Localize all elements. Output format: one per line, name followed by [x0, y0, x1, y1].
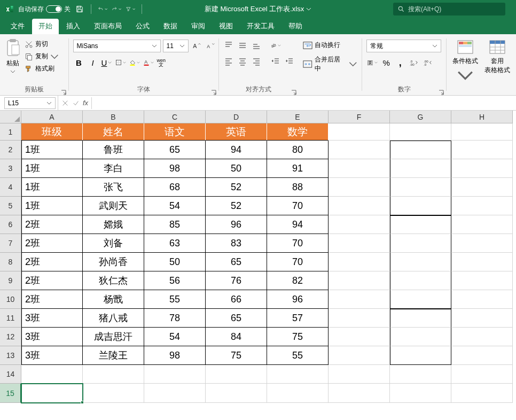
column-header[interactable]: B [83, 111, 144, 123]
align-right-button[interactable] [251, 56, 262, 67]
cell[interactable]: 3班 [21, 309, 83, 328]
formula-input[interactable] [91, 97, 516, 109]
cell[interactable] [390, 215, 451, 234]
cell[interactable] [21, 365, 83, 384]
tab-view[interactable]: 视图 [213, 19, 239, 34]
cell[interactable] [21, 384, 83, 403]
comma-button[interactable]: , [394, 57, 406, 68]
cell[interactable] [390, 123, 451, 141]
cell[interactable] [451, 215, 513, 234]
paste-button[interactable]: 粘贴 [4, 36, 21, 74]
cell[interactable] [390, 141, 451, 159]
row-header[interactable]: 3 [0, 159, 21, 178]
cell[interactable]: 98 [144, 346, 206, 365]
tab-data[interactable]: 数据 [157, 19, 184, 34]
cell[interactable] [390, 159, 451, 178]
font-color-button[interactable]: A [143, 57, 154, 68]
merge-center-button[interactable]: 合并后居中 [303, 55, 357, 73]
cell[interactable] [390, 309, 451, 328]
dialog-launcher-icon[interactable] [439, 88, 445, 94]
cancel-icon[interactable] [61, 99, 69, 107]
cell[interactable] [390, 197, 451, 215]
border-button[interactable] [115, 57, 127, 68]
cell[interactable]: 96 [206, 215, 267, 234]
cell[interactable] [390, 365, 451, 384]
cut-button[interactable]: 剪切 [25, 40, 59, 49]
decrease-indent-button[interactable] [270, 56, 282, 67]
increase-decimal-button[interactable]: .0.00 [408, 57, 420, 68]
dialog-launcher-icon[interactable] [291, 88, 298, 94]
cell[interactable]: 张飞 [83, 178, 144, 197]
percent-button[interactable]: % [380, 57, 392, 68]
row-header[interactable]: 15 [0, 384, 21, 403]
cell[interactable] [390, 328, 451, 346]
cell[interactable] [390, 253, 451, 271]
cell[interactable]: 88 [267, 178, 329, 197]
cell[interactable]: 2班 [21, 253, 83, 271]
tab-developer[interactable]: 开发工具 [240, 19, 281, 34]
select-all-corner[interactable] [0, 111, 21, 123]
tab-file[interactable]: 文件 [4, 19, 31, 34]
cell[interactable]: 武则天 [83, 197, 144, 215]
cell[interactable]: 70 [267, 234, 329, 253]
cell[interactable]: 65 [206, 309, 267, 328]
increase-indent-button[interactable] [284, 56, 295, 67]
number-format-select[interactable]: 常规 [366, 40, 441, 52]
cell[interactable]: 狄仁杰 [83, 271, 144, 290]
cell[interactable]: 3班 [21, 346, 83, 365]
row-header[interactable]: 1 [0, 123, 21, 141]
column-header[interactable]: E [267, 111, 329, 123]
cell[interactable] [451, 234, 513, 253]
cell[interactable]: 兰陵王 [83, 346, 144, 365]
format-as-table-button[interactable]: 套用 表格格式 [483, 36, 512, 75]
cell[interactable] [390, 290, 451, 309]
tab-formulas[interactable]: 公式 [129, 19, 156, 34]
cell[interactable] [329, 346, 390, 365]
cell[interactable] [451, 309, 513, 328]
underline-button[interactable]: U [101, 57, 113, 68]
cell[interactable] [451, 384, 513, 403]
cell[interactable]: 姓名 [83, 123, 144, 141]
cell[interactable]: 3班 [21, 328, 83, 346]
cell[interactable]: 1班 [21, 141, 83, 159]
cell[interactable] [329, 365, 390, 384]
format-painter-button[interactable]: 格式刷 [25, 64, 59, 73]
align-top-button[interactable] [223, 40, 234, 51]
cell[interactable] [329, 384, 390, 403]
cell[interactable] [329, 215, 390, 234]
cell[interactable]: 78 [144, 309, 206, 328]
tab-insert[interactable]: 插入 [60, 19, 87, 34]
cell[interactable]: 65 [206, 253, 267, 271]
cell[interactable]: 94 [206, 141, 267, 159]
cell[interactable]: 68 [144, 178, 206, 197]
row-header[interactable]: 8 [0, 253, 21, 271]
cell[interactable] [451, 328, 513, 346]
column-header[interactable]: C [144, 111, 206, 123]
cell[interactable]: 成吉思汗 [83, 328, 144, 346]
cell[interactable]: 52 [206, 178, 267, 197]
conditional-formatting-button[interactable]: 条件格式 [451, 36, 480, 84]
cell[interactable]: 54 [144, 328, 206, 346]
cell[interactable]: 82 [267, 271, 329, 290]
cell[interactable] [267, 384, 329, 403]
cell[interactable] [451, 178, 513, 197]
cell[interactable]: 75 [267, 328, 329, 346]
cell[interactable] [329, 123, 390, 141]
cell[interactable] [451, 346, 513, 365]
cell[interactable] [451, 159, 513, 178]
align-bottom-button[interactable] [251, 40, 262, 51]
dialog-launcher-icon[interactable] [211, 88, 217, 94]
row-header[interactable]: 11 [0, 309, 21, 328]
cell[interactable]: 52 [206, 197, 267, 215]
bold-button[interactable]: B [73, 57, 85, 68]
cell[interactable] [329, 271, 390, 290]
cell[interactable] [390, 234, 451, 253]
cell[interactable]: 语文 [144, 123, 206, 141]
name-box[interactable]: L15 [4, 97, 56, 109]
cell[interactable] [206, 384, 267, 403]
row-header[interactable]: 7 [0, 234, 21, 253]
cell[interactable] [83, 365, 144, 384]
decrease-font-button[interactable]: A [205, 40, 216, 52]
cell[interactable] [451, 123, 513, 141]
column-header[interactable]: H [451, 111, 513, 123]
